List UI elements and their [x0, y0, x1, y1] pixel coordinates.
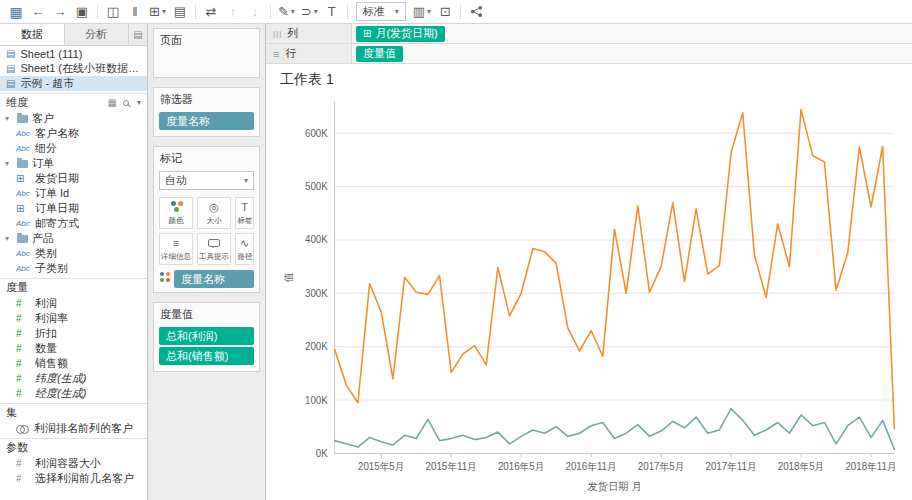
share-button[interactable]: [465, 2, 487, 22]
rows-shelf-track[interactable]: 度量值: [352, 44, 912, 63]
expand-caret-icon[interactable]: ▾: [5, 234, 13, 243]
line-chart[interactable]: 0K100K200K300K400K500K600K2015年5月2015年11…: [280, 91, 908, 498]
measure-values-pill-profit[interactable]: 总和(利润): [159, 327, 254, 345]
pane-options-icon[interactable]: ▤: [129, 24, 147, 45]
svg-text:2015年5月: 2015年5月: [358, 460, 405, 471]
svg-text:2017年5月: 2017年5月: [638, 460, 685, 471]
datasource-icon: ▤: [6, 78, 15, 89]
number-icon: #: [16, 313, 31, 324]
sort-ascending-button[interactable]: ↑: [222, 2, 244, 22]
fit-dropdown[interactable]: 标准 ▾: [356, 2, 406, 21]
measures-header: 度量: [0, 278, 147, 296]
marks-color-assignment: 度量名称: [154, 267, 259, 288]
measure-field[interactable]: # 数量: [0, 341, 147, 356]
pause-auto-updates-button[interactable]: ‖: [124, 2, 146, 22]
datasource-row[interactable]: ▤ Sheet1 (在线小班数据表): [0, 61, 147, 76]
main-area: 数据 分析 ▤ ▤ Sheet1 (111) ▤ Sheet1 (在线小班数据表…: [0, 24, 912, 500]
group-members-button[interactable]: ⊃ ▾: [298, 2, 321, 22]
filters-card: 筛选器 度量名称: [153, 87, 260, 137]
rows-shelf-label: ≡ 行: [266, 44, 352, 63]
measure-field-generated[interactable]: # 纬度(生成): [0, 371, 147, 386]
swap-axes-button[interactable]: ⇄: [200, 2, 222, 22]
dimension-field[interactable]: Abc 类别: [0, 246, 147, 261]
highlight-button[interactable]: ✎ ▾: [275, 2, 298, 22]
view-as-grid-icon[interactable]: ▦: [108, 97, 117, 108]
show-mark-labels-button[interactable]: T: [321, 2, 343, 22]
marks-color-button[interactable]: 颜色: [159, 197, 193, 229]
svg-text:2018年11月: 2018年11月: [845, 460, 896, 471]
number-icon: #: [16, 298, 31, 309]
rows-pill-measure-values[interactable]: 度量值: [356, 46, 403, 62]
measure-field[interactable]: # 利润: [0, 296, 147, 311]
datasource-label: Sheet1 (111): [20, 48, 82, 60]
redo-button[interactable]: →: [49, 2, 71, 22]
tab-analytics[interactable]: 分析: [65, 24, 130, 45]
tableau-logo-icon[interactable]: ▦: [5, 2, 27, 22]
chevron-down-icon[interactable]: ▾: [137, 98, 141, 107]
filter-pill-measure-names[interactable]: 度量名称: [159, 112, 254, 130]
expand-caret-icon[interactable]: ▾: [5, 114, 13, 123]
svg-text:发货日期 月: 发货日期 月: [587, 481, 641, 492]
parameter-field[interactable]: # 选择利润前几名客户: [0, 471, 147, 486]
dimension-field[interactable]: ⊞ 发货日期: [0, 171, 147, 186]
field-label: 订单: [32, 156, 54, 171]
dimension-field[interactable]: Abc 邮寄方式: [0, 216, 147, 231]
dimension-folder[interactable]: ▾ 产品: [0, 231, 147, 246]
marks-path-button[interactable]: ∿ 路径: [235, 233, 254, 265]
marks-detail-button[interactable]: ≡ 详细信息: [159, 233, 193, 265]
marks-size-button[interactable]: ◎ 大小: [197, 197, 231, 229]
dimension-field[interactable]: ⊞ 订单日期: [0, 201, 147, 216]
duplicate-sheet-button[interactable]: ▤: [169, 2, 191, 22]
marks-card-title: 标记: [154, 147, 259, 169]
sort-descending-button[interactable]: ↓: [244, 2, 266, 22]
presentation-mode-button[interactable]: ⊡: [434, 2, 456, 22]
dimension-field[interactable]: Abc 订单 Id: [0, 186, 147, 201]
dimension-field[interactable]: Abc 子类别: [0, 261, 147, 276]
new-datasource-button[interactable]: ◫: [102, 2, 124, 22]
search-icon[interactable]: [123, 100, 129, 106]
datasource-row[interactable]: ▤ Sheet1 (111): [0, 46, 147, 61]
toolbar-separator: [347, 4, 348, 19]
number-icon: #: [16, 328, 31, 339]
sheet-title: 工作表 1: [280, 71, 908, 91]
svg-text:100K: 100K: [305, 394, 328, 405]
measure-field[interactable]: # 销售额: [0, 356, 147, 371]
measure-values-card-title: 度量值: [154, 303, 259, 325]
show-hide-cards-button[interactable]: ▥ ▾: [410, 2, 434, 22]
parameter-field[interactable]: # 利润容器大小: [0, 456, 147, 471]
fit-dropdown-label: 标准: [363, 4, 385, 19]
dimension-field[interactable]: Abc 客户名称: [0, 126, 147, 141]
columns-shelf-track[interactable]: ⊞ 月(发货日期): [352, 24, 912, 43]
dimension-folder[interactable]: ▾ 客户: [0, 111, 147, 126]
dimension-folder[interactable]: ▾ 订单: [0, 156, 147, 171]
measure-field[interactable]: # 利润率: [0, 311, 147, 326]
svg-text:500K: 500K: [305, 181, 328, 192]
measure-values-pill-sales[interactable]: 总和(销售额): [159, 347, 254, 365]
pages-drop-zone[interactable]: [154, 51, 259, 73]
undo-button[interactable]: ←: [27, 2, 49, 22]
parameters-title: 参数: [6, 440, 28, 455]
save-button[interactable]: ▣: [71, 2, 93, 22]
dimension-field[interactable]: Abc 细分: [0, 141, 147, 156]
number-icon: #: [16, 358, 31, 369]
number-icon: #: [16, 343, 31, 354]
datasource-row-selected[interactable]: ▤ 示例 - 超市: [0, 76, 147, 91]
pill-label: 总和(销售额): [166, 349, 228, 364]
worksheet: 工作表 1 0K100K200K300K400K500K600K2015年5月2…: [266, 64, 912, 500]
field-label: 产品: [32, 231, 54, 246]
tab-data[interactable]: 数据: [0, 24, 65, 45]
measure-field-generated[interactable]: # 经度(生成): [0, 386, 147, 401]
marks-tooltip-button[interactable]: 工具提示: [197, 233, 231, 265]
expand-caret-icon[interactable]: ▾: [5, 159, 13, 168]
columns-pill-month-ship-date[interactable]: ⊞ 月(发货日期): [356, 26, 445, 42]
pill-label: 总和(利润): [166, 329, 217, 344]
new-worksheet-button[interactable]: ⊞ ▾: [146, 2, 169, 22]
marks-label-button[interactable]: T 标签: [235, 197, 254, 229]
set-venn-icon: [16, 425, 30, 433]
mark-type-dropdown[interactable]: 自动 ▾: [159, 171, 254, 190]
chevron-down-icon: ▾: [162, 7, 166, 16]
marks-pill-measure-names[interactable]: 度量名称: [174, 270, 254, 288]
measure-field[interactable]: # 折扣: [0, 326, 147, 341]
set-field[interactable]: 利润排名前列的客户: [0, 421, 147, 436]
pill-label: 度量值: [363, 46, 396, 61]
